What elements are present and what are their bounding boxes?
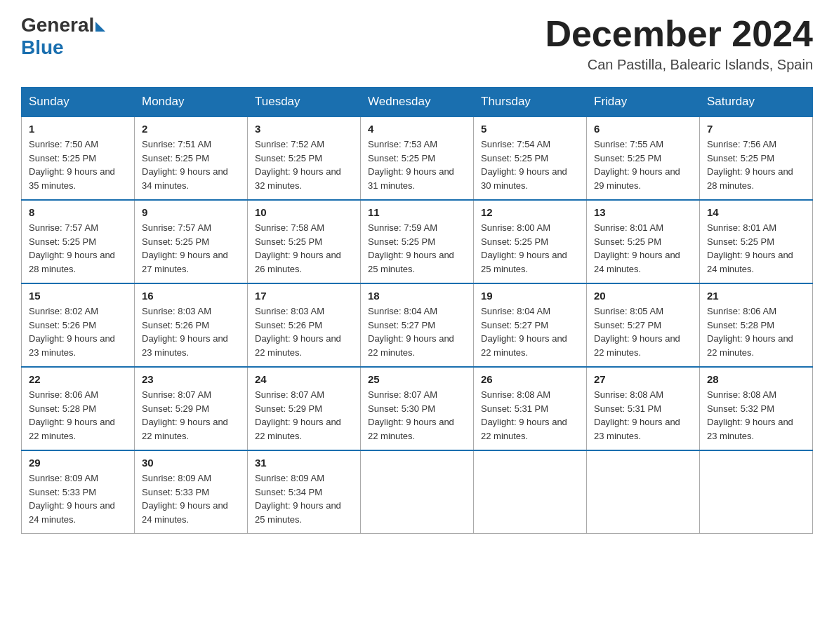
day-number: 10 (255, 206, 353, 218)
day-info: Sunrise: 8:06 AM Sunset: 5:28 PM Dayligh… (29, 388, 127, 443)
sunset-label: Sunset: 5:28 PM (707, 320, 774, 330)
sunrise-label: Sunrise: 8:03 AM (142, 306, 211, 316)
calendar-cell: 8 Sunrise: 7:57 AM Sunset: 5:25 PM Dayli… (22, 200, 135, 283)
day-number: 22 (29, 373, 127, 385)
calendar-cell: 3 Sunrise: 7:52 AM Sunset: 5:25 PM Dayli… (248, 116, 361, 200)
day-number: 28 (707, 373, 805, 385)
day-info: Sunrise: 8:05 AM Sunset: 5:27 PM Dayligh… (594, 304, 692, 359)
sunrise-label: Sunrise: 8:05 AM (594, 306, 663, 316)
day-number: 5 (481, 123, 579, 135)
logo: General Blue (21, 14, 105, 59)
calendar-header-monday: Monday (135, 88, 248, 117)
sunset-label: Sunset: 5:25 PM (29, 236, 96, 247)
day-number: 18 (368, 290, 466, 302)
sunrise-label: Sunrise: 8:01 AM (594, 222, 663, 233)
sunset-label: Sunset: 5:34 PM (255, 487, 322, 497)
sunrise-label: Sunrise: 8:08 AM (707, 389, 776, 400)
daylight-label: Daylight: 9 hours and 24 minutes. (29, 500, 115, 525)
day-info: Sunrise: 8:04 AM Sunset: 5:27 PM Dayligh… (368, 304, 466, 359)
calendar-header-friday: Friday (587, 88, 700, 117)
day-info: Sunrise: 7:57 AM Sunset: 5:25 PM Dayligh… (29, 221, 127, 276)
day-number: 30 (142, 457, 240, 469)
calendar-week-4: 22 Sunrise: 8:06 AM Sunset: 5:28 PM Dayl… (22, 367, 813, 450)
calendar-cell: 28 Sunrise: 8:08 AM Sunset: 5:32 PM Dayl… (700, 367, 813, 450)
daylight-label: Daylight: 9 hours and 22 minutes. (255, 417, 341, 441)
sunset-label: Sunset: 5:25 PM (368, 236, 435, 247)
calendar-cell: 31 Sunrise: 8:09 AM Sunset: 5:34 PM Dayl… (248, 450, 361, 534)
day-info: Sunrise: 8:03 AM Sunset: 5:26 PM Dayligh… (142, 304, 240, 359)
day-info: Sunrise: 8:01 AM Sunset: 5:25 PM Dayligh… (707, 221, 805, 276)
sunrise-label: Sunrise: 8:06 AM (707, 306, 776, 316)
sunrise-label: Sunrise: 7:51 AM (142, 139, 211, 149)
day-info: Sunrise: 8:07 AM Sunset: 5:30 PM Dayligh… (368, 388, 466, 443)
calendar-cell: 9 Sunrise: 7:57 AM Sunset: 5:25 PM Dayli… (135, 200, 248, 283)
daylight-label: Daylight: 9 hours and 22 minutes. (255, 333, 341, 358)
day-info: Sunrise: 7:59 AM Sunset: 5:25 PM Dayligh… (368, 221, 466, 276)
daylight-label: Daylight: 9 hours and 22 minutes. (29, 417, 115, 441)
daylight-label: Daylight: 9 hours and 26 minutes. (255, 250, 341, 274)
daylight-label: Daylight: 9 hours and 22 minutes. (481, 417, 567, 441)
sunset-label: Sunset: 5:27 PM (594, 320, 661, 330)
day-number: 20 (594, 290, 692, 302)
sunrise-label: Sunrise: 8:07 AM (255, 389, 324, 400)
daylight-label: Daylight: 9 hours and 25 minutes. (368, 250, 454, 274)
sunset-label: Sunset: 5:25 PM (255, 153, 322, 163)
sunrise-label: Sunrise: 8:09 AM (142, 473, 211, 483)
day-number: 8 (29, 206, 127, 218)
sunrise-label: Sunrise: 8:09 AM (29, 473, 98, 483)
calendar-cell: 12 Sunrise: 8:00 AM Sunset: 5:25 PM Dayl… (474, 200, 587, 283)
calendar-header-sunday: Sunday (22, 88, 135, 117)
sunrise-label: Sunrise: 7:55 AM (594, 139, 663, 149)
sunset-label: Sunset: 5:26 PM (255, 320, 322, 330)
daylight-label: Daylight: 9 hours and 27 minutes. (142, 250, 228, 274)
sunrise-label: Sunrise: 8:00 AM (481, 222, 550, 233)
calendar-cell: 14 Sunrise: 8:01 AM Sunset: 5:25 PM Dayl… (700, 200, 813, 283)
sunset-label: Sunset: 5:25 PM (29, 153, 96, 163)
daylight-label: Daylight: 9 hours and 32 minutes. (255, 166, 341, 191)
day-info: Sunrise: 7:54 AM Sunset: 5:25 PM Dayligh… (481, 137, 579, 192)
day-number: 3 (255, 123, 353, 135)
sunrise-label: Sunrise: 8:08 AM (594, 389, 663, 400)
sunset-label: Sunset: 5:25 PM (142, 236, 209, 247)
day-info: Sunrise: 8:09 AM Sunset: 5:33 PM Dayligh… (29, 471, 127, 526)
calendar-cell: 2 Sunrise: 7:51 AM Sunset: 5:25 PM Dayli… (135, 116, 248, 200)
day-number: 26 (481, 373, 579, 385)
sunrise-label: Sunrise: 7:57 AM (29, 222, 98, 233)
day-info: Sunrise: 8:04 AM Sunset: 5:27 PM Dayligh… (481, 304, 579, 359)
calendar-week-1: 1 Sunrise: 7:50 AM Sunset: 5:25 PM Dayli… (22, 116, 813, 200)
day-number: 16 (142, 290, 240, 302)
day-number: 11 (368, 206, 466, 218)
day-number: 9 (142, 206, 240, 218)
calendar-week-2: 8 Sunrise: 7:57 AM Sunset: 5:25 PM Dayli… (22, 200, 813, 283)
calendar-cell: 17 Sunrise: 8:03 AM Sunset: 5:26 PM Dayl… (248, 283, 361, 367)
daylight-label: Daylight: 9 hours and 28 minutes. (29, 250, 115, 274)
calendar-cell: 15 Sunrise: 8:02 AM Sunset: 5:26 PM Dayl… (22, 283, 135, 367)
page-header: General Blue December 2024 Can Pastilla,… (21, 14, 813, 73)
day-number: 24 (255, 373, 353, 385)
daylight-label: Daylight: 9 hours and 24 minutes. (707, 250, 793, 274)
day-number: 7 (707, 123, 805, 135)
daylight-label: Daylight: 9 hours and 25 minutes. (255, 500, 341, 525)
day-number: 15 (29, 290, 127, 302)
sunset-label: Sunset: 5:31 PM (481, 403, 548, 414)
day-info: Sunrise: 8:06 AM Sunset: 5:28 PM Dayligh… (707, 304, 805, 359)
sunrise-label: Sunrise: 7:57 AM (142, 222, 211, 233)
day-number: 14 (707, 206, 805, 218)
logo-general: General (21, 14, 94, 36)
day-number: 13 (594, 206, 692, 218)
calendar-cell (700, 450, 813, 534)
daylight-label: Daylight: 9 hours and 28 minutes. (707, 166, 793, 191)
day-info: Sunrise: 8:08 AM Sunset: 5:31 PM Dayligh… (594, 388, 692, 443)
day-number: 21 (707, 290, 805, 302)
sunset-label: Sunset: 5:30 PM (368, 403, 435, 414)
daylight-label: Daylight: 9 hours and 22 minutes. (368, 333, 454, 358)
calendar-cell: 13 Sunrise: 8:01 AM Sunset: 5:25 PM Dayl… (587, 200, 700, 283)
sunrise-label: Sunrise: 8:08 AM (481, 389, 550, 400)
calendar-cell: 24 Sunrise: 8:07 AM Sunset: 5:29 PM Dayl… (248, 367, 361, 450)
title-block: December 2024 Can Pastilla, Balearic Isl… (545, 14, 813, 73)
calendar-cell: 4 Sunrise: 7:53 AM Sunset: 5:25 PM Dayli… (361, 116, 474, 200)
logo-arrow-icon (95, 22, 105, 32)
daylight-label: Daylight: 9 hours and 23 minutes. (594, 417, 680, 441)
calendar-cell: 21 Sunrise: 8:06 AM Sunset: 5:28 PM Dayl… (700, 283, 813, 367)
daylight-label: Daylight: 9 hours and 22 minutes. (481, 333, 567, 358)
